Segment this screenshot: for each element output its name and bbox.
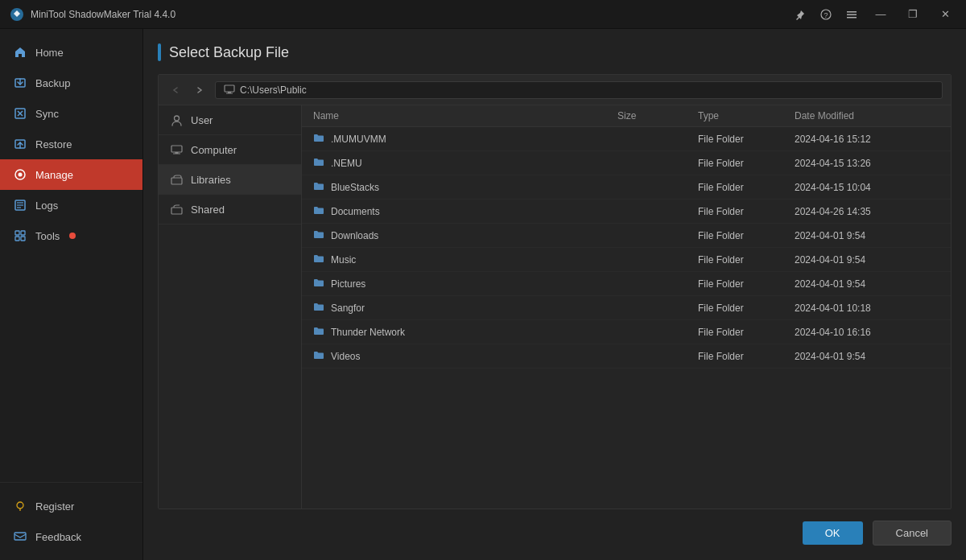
table-row[interactable]: BlueStacks File Folder 2024-04-15 10:04 (302, 175, 951, 200)
table-row[interactable]: Downloads File Folder 2024-04-01 9:54 (302, 224, 951, 248)
svg-rect-22 (21, 237, 25, 241)
file-list: Name Size Type Date Modified .MUMUVMM (302, 105, 951, 509)
svg-rect-30 (171, 146, 182, 152)
folder-icon (313, 205, 324, 217)
back-button[interactable] (167, 81, 184, 99)
backup-icon (13, 76, 27, 90)
file-type: File Folder (698, 327, 795, 338)
folder-icon (313, 133, 324, 145)
svg-rect-5 (847, 17, 857, 19)
location-item-shared[interactable]: Shared (159, 195, 301, 224)
page-title-accent (158, 43, 161, 61)
svg-rect-33 (171, 178, 182, 184)
folder-icon (313, 229, 324, 241)
main-layout: Home Backup (0, 29, 966, 560)
cancel-button[interactable]: Cancel (873, 521, 952, 546)
sidebar-item-tools[interactable]: Tools (0, 220, 142, 251)
restore-icon (13, 137, 27, 151)
computer-path-icon (224, 84, 235, 96)
svg-point-14 (19, 173, 23, 177)
file-date: 2024-04-15 13:26 (795, 158, 923, 169)
table-row[interactable]: .MUMUVMM File Folder 2024-04-16 15:12 (302, 127, 951, 151)
folder-icon (313, 326, 324, 338)
location-item-user[interactable]: User (159, 105, 301, 135)
file-name-text: Sangfor (331, 303, 365, 314)
file-date: 2024-04-01 9:54 (795, 278, 923, 290)
file-name-text: Videos (331, 351, 360, 362)
folder-icon (313, 181, 324, 193)
file-name-text: .MUMUVMM (331, 134, 386, 145)
file-name-text: Thunder Network (331, 327, 405, 338)
table-row[interactable]: Pictures File Folder 2024-04-01 9:54 (302, 272, 951, 296)
file-type: File Folder (698, 278, 795, 290)
svg-rect-19 (15, 231, 19, 235)
file-name-text: BlueStacks (331, 182, 379, 193)
nav-bar: C:\Users\Public (159, 75, 951, 105)
svg-rect-21 (15, 237, 19, 241)
sidebar-item-feedback[interactable]: Feedback (0, 521, 142, 552)
locations-panel: User Computer (159, 105, 302, 509)
svg-point-23 (17, 502, 23, 509)
table-row[interactable]: .NEMU File Folder 2024-04-15 13:26 (302, 151, 951, 175)
table-row[interactable]: Documents File Folder 2024-04-26 14:35 (302, 200, 951, 224)
close-button[interactable]: ✕ (934, 3, 956, 26)
app-logo (10, 7, 24, 22)
nav-path: C:\Users\Public (215, 81, 943, 99)
table-row[interactable]: Music File Folder 2024-04-01 9:54 (302, 248, 951, 272)
file-date: 2024-04-01 9:54 (795, 230, 923, 241)
sidebar-item-manage[interactable]: Manage (0, 159, 142, 190)
file-date: 2024-04-01 9:54 (795, 351, 923, 362)
page-title: Select Backup File (169, 44, 289, 61)
file-date: 2024-04-10 16:16 (795, 327, 923, 338)
pin-icon[interactable] (792, 6, 808, 23)
table-row[interactable]: Sangfor File Folder 2024-04-01 10:18 (302, 296, 951, 320)
forward-button[interactable] (191, 81, 208, 99)
restore-button[interactable]: ❐ (902, 3, 924, 26)
manage-icon (13, 167, 27, 182)
file-name-text: Downloads (331, 230, 378, 241)
file-date: 2024-04-01 9:54 (795, 254, 923, 266)
folder-icon (313, 278, 324, 290)
user-location-icon (170, 113, 183, 126)
file-list-body: .MUMUVMM File Folder 2024-04-16 15:12 .N… (302, 127, 951, 509)
sidebar-item-restore[interactable]: Restore (0, 129, 142, 159)
file-name-text: Pictures (331, 278, 365, 290)
sidebar: Home Backup (0, 29, 143, 560)
file-name-text: .NEMU (331, 158, 362, 169)
libraries-location-icon (170, 173, 183, 186)
sidebar-item-logs[interactable]: Logs (0, 190, 142, 220)
feedback-icon (13, 529, 27, 544)
register-icon (13, 499, 27, 513)
svg-rect-20 (21, 231, 25, 235)
file-name-text: Documents (331, 206, 380, 217)
ok-button[interactable]: OK (803, 521, 863, 545)
folder-icon (313, 350, 324, 362)
sidebar-bottom: Register Feedback (0, 482, 142, 560)
sidebar-item-backup[interactable]: Backup (0, 68, 142, 98)
location-item-libraries[interactable]: Libraries (159, 165, 301, 195)
menu-icon[interactable] (844, 6, 860, 23)
sync-icon (13, 106, 27, 121)
sidebar-nav: Home Backup (0, 29, 142, 482)
minimize-button[interactable]: — (869, 3, 892, 26)
sidebar-item-sync[interactable]: Sync (0, 98, 142, 129)
file-name-text: Music (331, 254, 356, 266)
file-type: File Folder (698, 206, 795, 217)
content-area: Select Backup File (143, 29, 966, 560)
file-type: File Folder (698, 134, 795, 145)
titlebar: MiniTool ShadowMaker Trial 4.4.0 ? — ❐ ✕ (0, 0, 966, 29)
location-item-computer[interactable]: Computer (159, 135, 301, 165)
help-icon[interactable]: ? (818, 6, 834, 23)
svg-rect-3 (847, 11, 857, 13)
file-list-header: Name Size Type Date Modified (302, 105, 951, 127)
svg-point-29 (174, 116, 179, 121)
browser-body: User Computer (159, 105, 951, 509)
folder-icon (313, 302, 324, 314)
computer-location-icon (170, 143, 183, 156)
sidebar-item-home[interactable]: Home (0, 37, 142, 68)
sidebar-item-register[interactable]: Register (0, 491, 142, 521)
table-row[interactable]: Thunder Network File Folder 2024-04-10 1… (302, 320, 951, 344)
table-row[interactable]: Videos File Folder 2024-04-01 9:54 (302, 344, 951, 369)
bottom-bar: OK Cancel (158, 509, 952, 546)
svg-rect-4 (847, 14, 857, 15)
